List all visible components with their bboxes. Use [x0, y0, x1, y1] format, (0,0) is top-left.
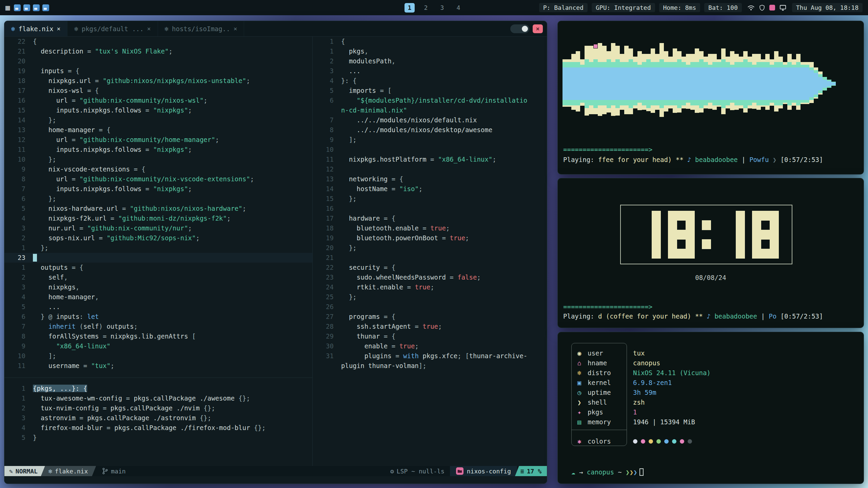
- close-tab-icon[interactable]: ×: [234, 25, 237, 32]
- clock-window[interactable]: 08/08/24 ======================> Playing…: [558, 178, 864, 328]
- editor-tab[interactable]: ❄hosts/isoImag..×: [158, 21, 244, 36]
- waveform-segment: [704, 67, 708, 100]
- terminal-cursor[interactable]: [639, 468, 644, 476]
- shield-icon[interactable]: [759, 4, 765, 11]
- line-number: 8: [4, 174, 25, 184]
- line-number: 17: [313, 214, 334, 223]
- fetch-value: 1: [633, 407, 637, 417]
- color-picker-icon[interactable]: [769, 5, 775, 11]
- waveform-column: [743, 35, 748, 133]
- git-branch[interactable]: main: [96, 466, 132, 476]
- tag-preview[interactable]: [33, 4, 40, 11]
- fetch-row: ⌂hnamecanopus: [558, 358, 864, 368]
- clock-digit: [634, 211, 660, 258]
- line-number: 16: [4, 96, 25, 105]
- launcher-icon[interactable]: ▦: [5, 3, 10, 12]
- digit-cell: [702, 220, 711, 230]
- waveform-segment: [585, 67, 589, 100]
- code-line: 4 firefox-mod-blur = pkgs.callPackage ./…: [4, 423, 312, 433]
- status-pill[interactable]: Home: 8ms: [659, 3, 701, 12]
- digit-cell: [752, 230, 761, 240]
- digit-cell: [761, 249, 770, 259]
- gear-icon: ⚙: [390, 468, 394, 475]
- line-number: 1: [4, 243, 25, 253]
- tag-4[interactable]: 4: [453, 3, 463, 13]
- color-dot: [633, 439, 637, 444]
- code-text: nixos-wsl = {: [25, 87, 99, 94]
- tag-1[interactable]: 1: [405, 3, 415, 13]
- text-segment: ~: [614, 468, 626, 476]
- pane-iso[interactable]: 1{1 pkgs,2 modulesPath,3 ...4}: {5 impor…: [313, 37, 547, 371]
- neovim-window[interactable]: ❄flake.nix×❄pkgs/default ...×❄hosts/isoI…: [4, 21, 547, 484]
- wifi-icon[interactable]: [747, 4, 755, 11]
- waveform-segment: [823, 80, 827, 88]
- visualizer-window[interactable]: ======================> Playing: ffee fo…: [558, 21, 864, 174]
- digit-cell: [770, 239, 779, 249]
- tag-preview[interactable]: [42, 4, 49, 11]
- text-segment: Playing:: [563, 156, 598, 163]
- code-line: 8 ../../modules/nixos/desktop/awesome: [313, 125, 547, 135]
- pane-separator-horizontal[interactable]: [4, 378, 312, 378]
- waveform-segment: [633, 67, 637, 100]
- waveform-column: [796, 35, 801, 133]
- status-pill[interactable]: P: Balanced: [539, 3, 588, 12]
- digit-cell: [770, 249, 779, 259]
- digit-cell: [686, 239, 695, 249]
- editor-tab[interactable]: ❄flake.nix×: [4, 21, 67, 36]
- taglist: 1234: [405, 0, 463, 15]
- waveform-segment: [717, 67, 721, 100]
- waveform-segment: [659, 67, 664, 100]
- code-line: 20 };: [313, 243, 547, 253]
- code-line: 15 };: [313, 194, 547, 204]
- close-tab-icon[interactable]: ×: [147, 25, 151, 32]
- shell-prompt[interactable]: ☁ → canopus ~ ❯❯❯: [571, 468, 644, 476]
- text-segment: ❯: [769, 156, 780, 163]
- waveform-column: [752, 35, 756, 133]
- editor-tab[interactable]: ❄pkgs/default ...×: [67, 21, 158, 36]
- clock-widget[interactable]: Thu Aug 08, 18:18: [792, 3, 863, 12]
- code-line: 31 plugins = with pkgs.xfce; [thunar-arc…: [313, 351, 547, 361]
- code-text: }: [25, 434, 37, 441]
- pane-flake[interactable]: 22{21 description = "tux's NixOS Flake";…: [4, 37, 312, 371]
- fetch-label: hname: [588, 358, 607, 368]
- fetch-window[interactable]: ◉usertux⌂hnamecanopus❄distroNixOS 24.11 …: [558, 332, 864, 484]
- project-label: nixos-config: [467, 468, 511, 475]
- close-tab-icon[interactable]: ×: [57, 25, 60, 32]
- waveform-segment: [708, 67, 712, 100]
- color-dot: [641, 439, 645, 444]
- waveform-segment: [682, 67, 686, 100]
- command-line[interactable]: [4, 476, 547, 484]
- status-pills: P: BalancedGPU: IntegratedHome: 8msBat: …: [539, 3, 742, 12]
- line-number: 13: [4, 125, 25, 135]
- close-window-button[interactable]: ×: [533, 24, 543, 33]
- code-text: {pkgs, ...}: {: [25, 385, 87, 392]
- waveform-column: [704, 35, 708, 133]
- waveform-column: [598, 35, 602, 133]
- status-pill[interactable]: GPU: Integrated: [592, 3, 655, 12]
- line-number: 8: [313, 125, 334, 135]
- pane-pkgs[interactable]: 1{pkgs, ...}: {1 tux-awesome-wm-config =…: [4, 384, 312, 443]
- display-icon[interactable]: [779, 4, 787, 11]
- fetch-separator: [571, 430, 627, 430]
- tag-preview[interactable]: [23, 4, 30, 11]
- text-segment: Powfu: [749, 156, 769, 163]
- code-line: 13 networking = {: [313, 174, 547, 184]
- fetch-row: ❯shellzsh: [558, 398, 864, 407]
- text-segment: d (coffee for your head) **: [598, 312, 707, 320]
- edit-area[interactable]: 22{21 description = "tux's NixOS Flake";…: [4, 37, 547, 466]
- text-segment: ffee for your head) **: [598, 156, 687, 163]
- code-line: 10 };: [4, 155, 312, 164]
- digit-cell: [668, 249, 677, 259]
- line-number: 14: [4, 115, 25, 125]
- fetch-value: zsh: [633, 398, 645, 407]
- status-pill[interactable]: Bat: 100: [704, 3, 742, 12]
- tag-3[interactable]: 3: [437, 3, 447, 13]
- tag-preview[interactable]: [14, 4, 21, 11]
- toggle-icon[interactable]: [510, 24, 529, 33]
- top-bar: ▦ 1234 P: BalancedGPU: IntegratedHome: 8…: [0, 0, 868, 15]
- waveform-segment: [734, 67, 739, 100]
- tag-2[interactable]: 2: [421, 3, 431, 13]
- code-text: pkgs,: [334, 47, 368, 55]
- fetch-row: ▣kernel6.9.8-zen1: [558, 378, 864, 388]
- code-text: nix-vscode-extensions = {: [25, 165, 145, 173]
